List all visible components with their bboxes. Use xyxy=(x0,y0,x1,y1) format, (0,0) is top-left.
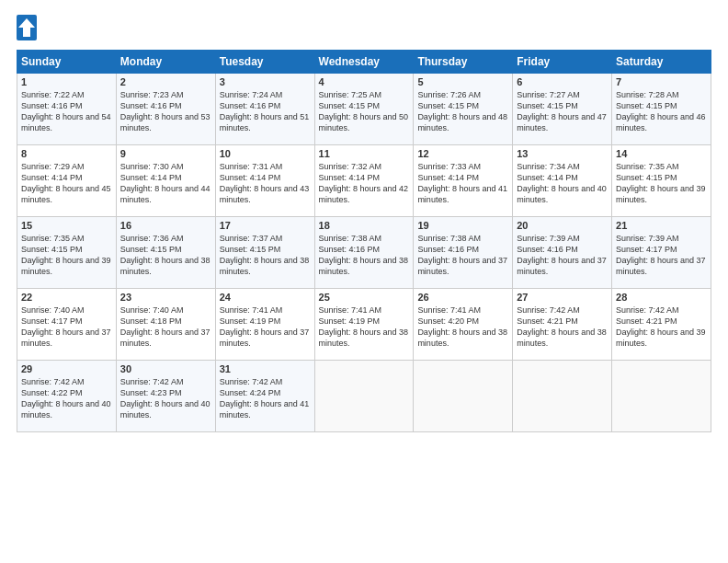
day-number: 3 xyxy=(220,76,311,87)
calendar-cell: 28 Sunrise: 7:42 AMSunset: 4:21 PMDaylig… xyxy=(612,289,711,361)
day-number: 20 xyxy=(517,220,608,231)
calendar-cell: 16 Sunrise: 7:36 AMSunset: 4:15 PMDaylig… xyxy=(116,217,215,289)
calendar-header-wednesday: Wednesday xyxy=(314,51,414,74)
day-number: 17 xyxy=(220,220,311,231)
calendar-cell: 15 Sunrise: 7:35 AMSunset: 4:15 PMDaylig… xyxy=(17,217,117,289)
calendar-header-friday: Friday xyxy=(513,51,612,74)
day-number: 15 xyxy=(21,220,112,231)
calendar-cell: 22 Sunrise: 7:40 AMSunset: 4:17 PMDaylig… xyxy=(17,289,117,361)
calendar-cell: 7 Sunrise: 7:28 AMSunset: 4:15 PMDayligh… xyxy=(612,74,711,145)
day-number: 1 xyxy=(21,76,112,87)
day-number: 5 xyxy=(417,76,508,87)
day-info: Sunrise: 7:40 AMSunset: 4:18 PMDaylight:… xyxy=(120,305,210,348)
calendar-cell: 30 Sunrise: 7:42 AMSunset: 4:23 PMDaylig… xyxy=(116,361,215,432)
day-info: Sunrise: 7:38 AMSunset: 4:16 PMDaylight:… xyxy=(319,234,409,276)
day-info: Sunrise: 7:25 AMSunset: 4:15 PMDaylight:… xyxy=(319,90,409,132)
day-number: 6 xyxy=(517,76,608,87)
calendar-week-2: 8 Sunrise: 7:29 AMSunset: 4:14 PMDayligh… xyxy=(17,145,711,217)
day-number: 14 xyxy=(616,148,707,159)
calendar-header-row: SundayMondayTuesdayWednesdayThursdayFrid… xyxy=(17,51,711,74)
calendar-cell: 13 Sunrise: 7:34 AMSunset: 4:14 PMDaylig… xyxy=(513,145,612,217)
day-info: Sunrise: 7:38 AMSunset: 4:16 PMDaylight:… xyxy=(417,234,507,276)
day-number: 25 xyxy=(319,292,410,303)
day-info: Sunrise: 7:35 AMSunset: 4:15 PMDaylight:… xyxy=(616,162,706,204)
day-number: 28 xyxy=(616,292,707,303)
calendar-cell xyxy=(314,361,414,432)
day-info: Sunrise: 7:31 AMSunset: 4:14 PMDaylight:… xyxy=(220,162,310,204)
day-number: 27 xyxy=(517,292,608,303)
day-number: 29 xyxy=(21,363,112,374)
calendar-cell xyxy=(612,361,711,432)
calendar-cell: 18 Sunrise: 7:38 AMSunset: 4:16 PMDaylig… xyxy=(314,217,414,289)
calendar-cell: 10 Sunrise: 7:31 AMSunset: 4:14 PMDaylig… xyxy=(215,145,314,217)
calendar-cell: 17 Sunrise: 7:37 AMSunset: 4:15 PMDaylig… xyxy=(215,217,314,289)
day-number: 22 xyxy=(21,292,112,303)
day-number: 26 xyxy=(417,292,508,303)
day-info: Sunrise: 7:26 AMSunset: 4:15 PMDaylight:… xyxy=(417,90,507,132)
day-number: 16 xyxy=(120,220,211,231)
calendar-week-5: 29 Sunrise: 7:42 AMSunset: 4:22 PMDaylig… xyxy=(17,361,711,432)
day-info: Sunrise: 7:32 AMSunset: 4:14 PMDaylight:… xyxy=(319,162,409,204)
day-info: Sunrise: 7:24 AMSunset: 4:16 PMDaylight:… xyxy=(220,90,310,132)
day-number: 9 xyxy=(120,148,211,159)
calendar-week-4: 22 Sunrise: 7:40 AMSunset: 4:17 PMDaylig… xyxy=(17,289,711,361)
calendar-header-thursday: Thursday xyxy=(414,51,513,74)
day-number: 4 xyxy=(319,76,410,87)
day-number: 8 xyxy=(21,148,112,159)
calendar-cell: 9 Sunrise: 7:30 AMSunset: 4:14 PMDayligh… xyxy=(116,145,215,217)
calendar-cell: 2 Sunrise: 7:23 AMSunset: 4:16 PMDayligh… xyxy=(116,74,215,145)
calendar-cell: 11 Sunrise: 7:32 AMSunset: 4:14 PMDaylig… xyxy=(314,145,414,217)
calendar-cell xyxy=(414,361,513,432)
calendar-cell: 27 Sunrise: 7:42 AMSunset: 4:21 PMDaylig… xyxy=(513,289,612,361)
day-number: 19 xyxy=(417,220,508,231)
day-info: Sunrise: 7:34 AMSunset: 4:14 PMDaylight:… xyxy=(517,162,607,204)
day-info: Sunrise: 7:41 AMSunset: 4:20 PMDaylight:… xyxy=(417,305,507,348)
day-info: Sunrise: 7:41 AMSunset: 4:19 PMDaylight:… xyxy=(220,305,310,348)
day-number: 18 xyxy=(319,220,410,231)
calendar-cell: 5 Sunrise: 7:26 AMSunset: 4:15 PMDayligh… xyxy=(414,74,513,145)
day-info: Sunrise: 7:29 AMSunset: 4:14 PMDaylight:… xyxy=(21,162,111,204)
day-info: Sunrise: 7:42 AMSunset: 4:21 PMDaylight:… xyxy=(616,305,706,348)
day-info: Sunrise: 7:42 AMSunset: 4:22 PMDaylight:… xyxy=(21,377,111,419)
day-number: 12 xyxy=(417,148,508,159)
calendar-week-1: 1 Sunrise: 7:22 AMSunset: 4:16 PMDayligh… xyxy=(17,74,711,145)
day-info: Sunrise: 7:42 AMSunset: 4:23 PMDaylight:… xyxy=(120,377,210,419)
calendar-cell: 21 Sunrise: 7:39 AMSunset: 4:17 PMDaylig… xyxy=(612,217,711,289)
calendar-cell: 26 Sunrise: 7:41 AMSunset: 4:20 PMDaylig… xyxy=(414,289,513,361)
day-info: Sunrise: 7:40 AMSunset: 4:17 PMDaylight:… xyxy=(21,305,111,348)
day-info: Sunrise: 7:42 AMSunset: 4:24 PMDaylight:… xyxy=(220,377,310,419)
day-number: 2 xyxy=(120,76,211,87)
day-number: 24 xyxy=(220,292,311,303)
day-number: 10 xyxy=(220,148,311,159)
header xyxy=(17,15,711,40)
calendar-cell: 4 Sunrise: 7:25 AMSunset: 4:15 PMDayligh… xyxy=(314,74,414,145)
logo xyxy=(17,15,40,40)
calendar-header-monday: Monday xyxy=(116,51,215,74)
day-number: 13 xyxy=(517,148,608,159)
calendar-cell: 6 Sunrise: 7:27 AMSunset: 4:15 PMDayligh… xyxy=(513,74,612,145)
day-number: 30 xyxy=(120,363,211,374)
day-info: Sunrise: 7:42 AMSunset: 4:21 PMDaylight:… xyxy=(517,305,607,348)
day-info: Sunrise: 7:30 AMSunset: 4:14 PMDaylight:… xyxy=(120,162,210,204)
day-info: Sunrise: 7:28 AMSunset: 4:15 PMDaylight:… xyxy=(616,90,706,132)
calendar-cell: 3 Sunrise: 7:24 AMSunset: 4:16 PMDayligh… xyxy=(215,74,314,145)
calendar-cell xyxy=(513,361,612,432)
day-number: 21 xyxy=(616,220,707,231)
day-number: 11 xyxy=(319,148,410,159)
calendar-cell: 24 Sunrise: 7:41 AMSunset: 4:19 PMDaylig… xyxy=(215,289,314,361)
calendar-cell: 23 Sunrise: 7:40 AMSunset: 4:18 PMDaylig… xyxy=(116,289,215,361)
calendar-cell: 14 Sunrise: 7:35 AMSunset: 4:15 PMDaylig… xyxy=(612,145,711,217)
calendar-cell: 25 Sunrise: 7:41 AMSunset: 4:19 PMDaylig… xyxy=(314,289,414,361)
day-info: Sunrise: 7:37 AMSunset: 4:15 PMDaylight:… xyxy=(220,234,310,276)
day-info: Sunrise: 7:22 AMSunset: 4:16 PMDaylight:… xyxy=(21,90,111,132)
calendar-cell: 1 Sunrise: 7:22 AMSunset: 4:16 PMDayligh… xyxy=(17,74,117,145)
day-number: 23 xyxy=(120,292,211,303)
calendar-cell: 31 Sunrise: 7:42 AMSunset: 4:24 PMDaylig… xyxy=(215,361,314,432)
calendar-week-3: 15 Sunrise: 7:35 AMSunset: 4:15 PMDaylig… xyxy=(17,217,711,289)
day-info: Sunrise: 7:23 AMSunset: 4:16 PMDaylight:… xyxy=(120,90,210,132)
calendar-cell: 8 Sunrise: 7:29 AMSunset: 4:14 PMDayligh… xyxy=(17,145,117,217)
calendar-header-tuesday: Tuesday xyxy=(215,51,314,74)
day-info: Sunrise: 7:27 AMSunset: 4:15 PMDaylight:… xyxy=(517,90,607,132)
day-info: Sunrise: 7:33 AMSunset: 4:14 PMDaylight:… xyxy=(417,162,507,204)
calendar-cell: 29 Sunrise: 7:42 AMSunset: 4:22 PMDaylig… xyxy=(17,361,117,432)
